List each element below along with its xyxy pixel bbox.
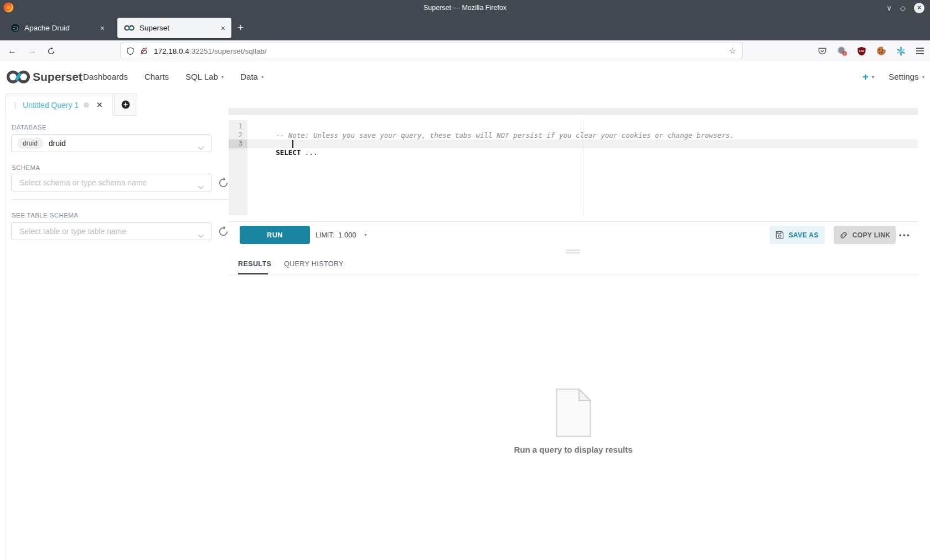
- superset-header: Superset Dashboards Charts SQL Lab ▾ Dat…: [0, 61, 930, 92]
- url-path: :32251/superset/sqllab/: [189, 47, 267, 55]
- sql-editor[interactable]: 1 2 3 -- Note: Unless you save your quer…: [229, 120, 918, 215]
- line-number: 3: [229, 139, 247, 148]
- tab-query-history[interactable]: QUERY HISTORY: [284, 260, 344, 268]
- table-schema-label: SEE TABLE SCHEMA: [12, 212, 78, 219]
- forward-button[interactable]: →: [24, 40, 40, 61]
- insecure-lock-icon[interactable]: [140, 47, 148, 55]
- refresh-icon: [218, 226, 229, 237]
- tab-bar-scroll-strip: [229, 108, 918, 115]
- settings-menu[interactable]: Settings ▾: [888, 72, 924, 81]
- new-item-button[interactable]: + ▾: [862, 71, 875, 83]
- results-tabs-border: [229, 274, 918, 275]
- query-tab-label: Untitled Query 1: [23, 101, 79, 110]
- browser-tab-strip: Apache Druid × Superset × +: [0, 15, 930, 40]
- chevron-down-icon: [198, 182, 204, 191]
- pane-splitter-handle[interactable]: [566, 250, 580, 255]
- privacy-extension-icon[interactable]: [837, 46, 847, 56]
- brand-name: Superset: [33, 70, 82, 84]
- tab-close-icon[interactable]: ×: [100, 24, 105, 33]
- window-title: Superset — Mozilla Firefox: [0, 4, 930, 12]
- database-engine-tag: druid: [17, 138, 43, 149]
- schema-input[interactable]: [18, 178, 197, 188]
- more-actions-button[interactable]: •••: [899, 226, 911, 244]
- editor-line-select: SELECT ...: [251, 139, 317, 148]
- text-cursor: [292, 140, 293, 148]
- table-input[interactable]: [18, 226, 197, 236]
- plus-circle-icon: [121, 100, 130, 109]
- main-nav: Dashboards Charts SQL Lab ▾ Data ▾: [83, 61, 264, 92]
- nav-charts[interactable]: Charts: [144, 72, 169, 81]
- chevron-down-icon: [198, 142, 204, 152]
- reload-button[interactable]: [43, 40, 59, 61]
- browser-tab-superset[interactable]: Superset ×: [117, 18, 231, 38]
- table-select[interactable]: [11, 222, 211, 240]
- window-titlebar: Superset — Mozilla Firefox ∨ ◇ ×: [0, 0, 930, 15]
- chevron-down-icon: [198, 230, 204, 240]
- chevron-down-icon: ▾: [365, 232, 367, 237]
- browser-navbar: ← → 172.18.0.4 :32251/superset/sqllab/ ☆: [0, 40, 930, 62]
- screen: Superset — Mozilla Firefox ∨ ◇ × Apache …: [0, 0, 930, 560]
- chevron-down-icon: ▾: [261, 74, 264, 80]
- chevron-down-icon: ▾: [922, 74, 924, 80]
- ublock-icon[interactable]: UO: [857, 46, 866, 56]
- refresh-tables-button[interactable]: [218, 226, 229, 237]
- query-tab-untitled[interactable]: ⋮ Untitled Query 1 ✕: [6, 94, 113, 116]
- pane-left-border: [5, 116, 6, 560]
- cookie-extension-icon[interactable]: [876, 46, 886, 56]
- limit-dropdown[interactable]: LIMIT: 1 000 ▾: [316, 226, 367, 244]
- shield-icon[interactable]: [126, 47, 135, 55]
- superset-logo-icon: [7, 70, 30, 84]
- schema-select[interactable]: [11, 174, 211, 191]
- save-as-button[interactable]: SAVE AS: [769, 226, 825, 244]
- window-close-icon[interactable]: ×: [914, 3, 924, 13]
- url-host: 172.18.0.4: [154, 47, 189, 55]
- add-query-tab-button[interactable]: [114, 94, 137, 116]
- header-right: + ▾ Settings ▾: [862, 61, 924, 92]
- tab-close-icon[interactable]: ×: [221, 24, 225, 33]
- editor-line-comment: -- Note: Unless you save your query, the…: [251, 122, 734, 131]
- query-tab-close-icon[interactable]: ✕: [96, 101, 102, 109]
- line-number: 2: [229, 131, 247, 140]
- refresh-icon: [218, 177, 229, 189]
- refresh-schemas-button[interactable]: [218, 177, 229, 189]
- window-maximize-icon[interactable]: ◇: [900, 4, 906, 12]
- bookmark-star-icon[interactable]: ☆: [729, 46, 736, 56]
- back-button[interactable]: ←: [4, 40, 20, 61]
- chevron-down-icon: ▾: [221, 74, 224, 80]
- copy-link-button[interactable]: COPY LINK: [834, 226, 896, 244]
- superset-brand[interactable]: Superset: [7, 61, 82, 92]
- menu-hamburger-icon[interactable]: [916, 47, 924, 55]
- line-number: 1: [229, 122, 247, 131]
- new-tab-button[interactable]: +: [237, 20, 244, 35]
- window-minimize-icon[interactable]: ∨: [886, 4, 892, 12]
- firefox-logo-icon: [3, 2, 14, 13]
- toolbar-top-border: [229, 221, 918, 222]
- pocket-icon[interactable]: [818, 46, 827, 56]
- limit-value: 1 000: [338, 231, 356, 239]
- browser-tab-apache-druid[interactable]: Apache Druid ×: [4, 18, 111, 38]
- database-select[interactable]: druid druid: [11, 134, 211, 152]
- nav-dashboards[interactable]: Dashboards: [83, 72, 128, 81]
- browser-toolbar-icons: UO: [818, 40, 924, 61]
- limit-label: LIMIT:: [316, 231, 334, 239]
- reload-icon: [47, 47, 55, 55]
- svg-text:UO: UO: [859, 49, 864, 53]
- tab-results[interactable]: RESULTS: [238, 260, 271, 268]
- chevron-down-icon: ▾: [872, 74, 875, 80]
- url-bar[interactable]: 172.18.0.4 :32251/superset/sqllab/ ☆: [120, 43, 743, 59]
- schema-label: SCHEMA: [12, 164, 40, 171]
- sparkle-extension-icon[interactable]: [896, 46, 906, 56]
- superset-favicon-icon: [124, 25, 135, 31]
- nav-sql-lab[interactable]: SQL Lab ▾: [185, 72, 224, 81]
- browser-tab-label: Apache Druid: [24, 24, 100, 32]
- database-label: DATABASE: [12, 124, 46, 131]
- save-icon: [776, 231, 784, 239]
- drag-grip-icon[interactable]: ⋮: [12, 101, 19, 109]
- document-icon: [556, 388, 591, 437]
- browser-tab-label: Superset: [140, 24, 221, 32]
- window-controls: ∨ ◇ ×: [886, 0, 924, 15]
- query-state-dot: [84, 102, 89, 108]
- run-query-button[interactable]: RUN: [240, 226, 310, 244]
- nav-data[interactable]: Data ▾: [240, 72, 264, 81]
- druid-favicon-icon: [11, 24, 19, 32]
